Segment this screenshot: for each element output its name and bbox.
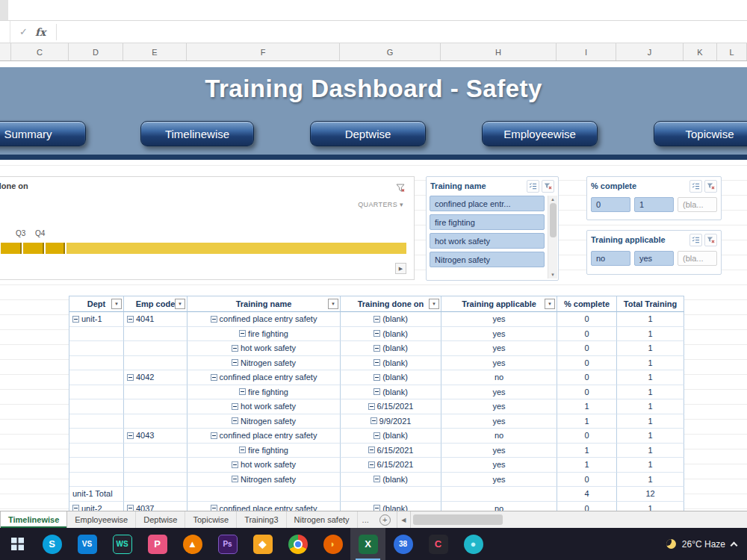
collapse-icon[interactable] xyxy=(374,316,380,323)
cell-done[interactable]: (blank) xyxy=(341,356,441,371)
cell-dept[interactable] xyxy=(69,429,124,444)
pivot-header-total-training[interactable]: Total Training xyxy=(617,296,684,312)
slicer-item-bla[interactable]: (bla... xyxy=(678,251,717,266)
cell-training[interactable]: confined place entry safety xyxy=(187,370,341,385)
column-header-h[interactable]: H xyxy=(441,43,557,60)
cell-done[interactable]: (blank) xyxy=(341,502,441,511)
cell-emp[interactable] xyxy=(124,444,187,458)
multi-select-icon[interactable] xyxy=(527,180,539,193)
collapse-icon[interactable] xyxy=(211,505,217,511)
sheet-tab-deptwise[interactable]: Deptwise xyxy=(136,511,185,528)
slicer-item-bla[interactable]: (bla... xyxy=(678,197,717,212)
sheet-tab-employeewise[interactable]: Employeewise xyxy=(67,511,136,528)
cell-done[interactable] xyxy=(341,487,441,502)
cell-pct[interactable]: 1 xyxy=(557,458,617,473)
cell-done[interactable]: (blank) xyxy=(341,385,441,400)
cell-pct[interactable]: 1 xyxy=(557,414,617,429)
collapse-icon[interactable] xyxy=(374,374,380,381)
scroll-down-icon[interactable]: ▼ xyxy=(551,273,555,277)
cell-done[interactable]: 9/9/2021 xyxy=(341,414,441,429)
photoshop-icon[interactable]: Ps xyxy=(210,528,245,560)
collapse-icon[interactable] xyxy=(368,461,375,468)
cell-training[interactable]: confined place entry safety xyxy=(187,312,341,327)
nav-button-employeewise[interactable]: Employeewise xyxy=(482,121,598,146)
cell-app[interactable]: yes xyxy=(441,312,557,327)
cell-done[interactable]: 6/15/2021 xyxy=(341,458,441,473)
collapse-icon[interactable] xyxy=(232,476,238,482)
collapse-icon[interactable] xyxy=(239,330,246,337)
scrollbar-thumb[interactable] xyxy=(413,514,503,525)
collapse-icon[interactable] xyxy=(127,316,134,323)
clear-filter-icon[interactable] xyxy=(704,234,717,246)
orange-app-icon[interactable]: ◆ xyxy=(245,528,280,560)
clear-filter-icon[interactable] xyxy=(542,180,554,193)
cell-tot[interactable]: 1 xyxy=(617,399,684,414)
slicer-item-1[interactable]: 1 xyxy=(634,197,674,212)
scroll-thumb[interactable] xyxy=(550,203,557,237)
collapse-icon[interactable] xyxy=(232,417,238,424)
slicer-item-no[interactable]: no xyxy=(591,251,630,266)
collapse-icon[interactable] xyxy=(232,359,238,366)
cell-app[interactable]: no xyxy=(441,502,557,511)
cell-emp[interactable] xyxy=(124,458,187,473)
collapse-icon[interactable] xyxy=(211,316,217,323)
cell-training[interactable]: Nitrogen safety xyxy=(187,414,341,429)
collapse-icon[interactable] xyxy=(232,461,238,468)
cell-done[interactable]: (blank) xyxy=(341,327,441,342)
cell-tot[interactable]: 1 xyxy=(617,414,684,429)
clear-filter-icon[interactable] xyxy=(704,180,717,193)
cell-dept[interactable] xyxy=(69,356,124,371)
cell-training[interactable]: hot work safety xyxy=(187,399,341,414)
cell-dept[interactable] xyxy=(69,341,124,356)
multi-select-icon[interactable] xyxy=(689,234,702,246)
cell-dept[interactable]: unit-1 Total xyxy=(69,487,124,502)
webstorm-icon[interactable]: WS xyxy=(105,528,140,560)
slicer-item-0[interactable]: 0 xyxy=(591,197,630,212)
cell-emp[interactable]: 4043 xyxy=(124,429,187,444)
cell-emp[interactable] xyxy=(124,356,187,371)
cell-done[interactable]: 6/15/2021 xyxy=(341,444,441,458)
column-header-j[interactable]: J xyxy=(616,43,684,60)
cell-dept[interactable] xyxy=(69,458,124,473)
sheet-tab-training3[interactable]: Training3 xyxy=(237,511,286,528)
cell-tot[interactable]: 1 xyxy=(617,473,684,488)
filter-dropdown-icon[interactable]: ▼ xyxy=(111,299,122,309)
collapse-icon[interactable] xyxy=(211,432,217,439)
cell-dept[interactable]: unit-2 xyxy=(69,502,124,511)
column-header-i[interactable]: I xyxy=(557,43,616,60)
sheet-tab-timelinewise[interactable]: Timelinewise xyxy=(0,511,67,528)
column-header-e[interactable]: E xyxy=(123,43,187,60)
pivot-header-dept[interactable]: Dept▼ xyxy=(69,296,124,312)
cell-training[interactable]: Nitrogen safety xyxy=(187,356,341,371)
collapse-icon[interactable] xyxy=(239,447,246,453)
collapse-icon[interactable] xyxy=(127,374,134,381)
collapse-icon[interactable] xyxy=(211,374,217,381)
horizontal-scrollbar[interactable] xyxy=(410,511,747,528)
scroll-up-icon[interactable]: ▲ xyxy=(551,197,555,202)
column-header-l[interactable]: L xyxy=(717,43,747,60)
cell-emp[interactable]: 4037 xyxy=(124,502,187,511)
collapse-icon[interactable] xyxy=(374,359,380,366)
cell-tot[interactable]: 1 xyxy=(617,370,684,385)
multi-select-icon[interactable] xyxy=(689,180,702,193)
slicer-scrollbar[interactable]: ▲ ▼ xyxy=(548,196,557,279)
cell-done[interactable]: (blank) xyxy=(341,429,441,444)
quarters-field-button[interactable]: QUARTERS ▾ xyxy=(358,201,403,208)
slicer-item-hot-work-safety[interactable]: hot work safety xyxy=(430,233,545,249)
clion-icon[interactable]: C xyxy=(421,528,456,560)
cell-app[interactable]: yes xyxy=(441,444,557,458)
cell-dept[interactable] xyxy=(69,399,124,414)
cell-done[interactable]: (blank) xyxy=(341,312,441,327)
collapse-icon[interactable] xyxy=(374,330,380,337)
cell-emp[interactable] xyxy=(124,414,187,429)
cell-pct[interactable]: 0 xyxy=(557,327,617,342)
enter-icon[interactable]: ✓ xyxy=(19,26,28,37)
cell-dept[interactable] xyxy=(69,444,124,458)
nav-button-topicwise[interactable]: Topicwise xyxy=(654,121,747,146)
cell-dept[interactable] xyxy=(69,473,124,488)
collapse-icon[interactable] xyxy=(374,432,380,439)
cell-pct[interactable]: 0 xyxy=(557,356,617,371)
pivot-header-training-done-on[interactable]: Training done on▼ xyxy=(341,296,441,312)
add-sheet-button[interactable]: + xyxy=(379,514,391,526)
cell-app[interactable]: yes xyxy=(441,327,557,342)
